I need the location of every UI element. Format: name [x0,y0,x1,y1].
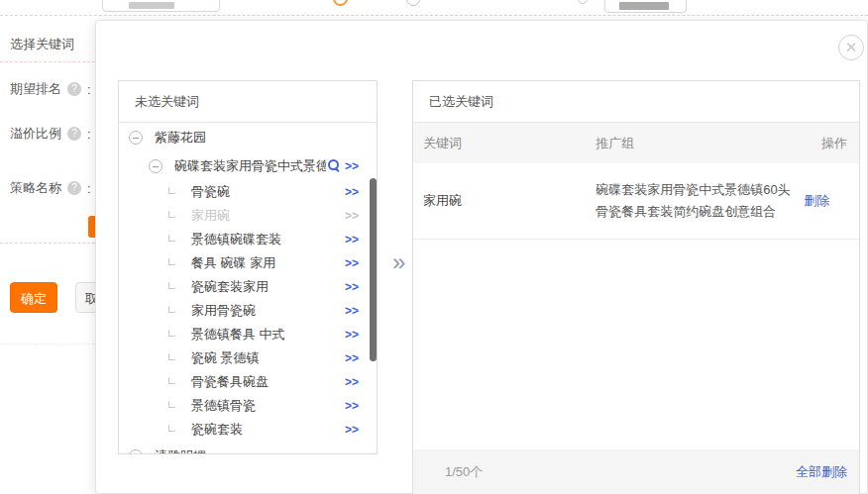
help-icon-fragment [406,0,420,6]
tree-item-label: 瓷碗 景德镇 [191,349,260,367]
leaf-elbow-icon [168,235,175,242]
search-icon[interactable] [328,159,341,172]
leaf-elbow-icon [168,306,175,313]
collapse-minus-icon[interactable] [149,159,163,173]
tree-item-label: 紫藤花园 [155,129,206,147]
leaf-elbow-icon [168,282,175,289]
field-label: 选择关键词: [10,36,98,53]
tree-row[interactable]: 景德镇餐具 中式>> [119,323,377,346]
tree-row[interactable]: 碗碟套装家用骨瓷中式景德镇...>> [119,151,377,180]
add-keyword-action[interactable]: >> [345,423,359,437]
field-label: 溢价比例?: [10,125,91,143]
help-icon[interactable]: ? [67,127,81,141]
add-keyword-action[interactable]: >> [345,304,359,318]
delete-all-link[interactable]: 全部删除 [796,463,847,481]
tree-item-label: 瓷碗套装 [191,421,243,439]
field-label-text: 选择关键词 [10,36,74,53]
tree-row[interactable]: 瓷碗 景德镇>> [119,346,377,370]
tree-row[interactable]: 瓷碗套装家用>> [119,275,377,299]
icon-fragment [578,0,588,4]
tree-row[interactable]: 清雅明媚 [119,442,377,453]
help-icon[interactable]: ? [67,82,81,96]
close-icon[interactable]: ✕ [838,35,864,60]
background-input-fragment [102,0,220,12]
tree-row[interactable]: 家用碗>> [119,204,377,228]
confirm-button[interactable]: 确定 [10,282,57,313]
help-icon[interactable]: ? [67,181,81,195]
tree-row[interactable]: 餐具 碗碟 家用>> [119,251,377,275]
tree-scrollbar[interactable] [370,178,377,361]
tree-item-label: 景德镇骨瓷 [191,397,256,415]
tree-row[interactable]: 瓷碗套装>> [119,418,377,442]
background-text-smudge [129,2,174,9]
tree-item-label: 景德镇碗碟套装 [191,231,281,248]
add-keyword-action[interactable]: >> [345,280,359,294]
tree-item-label: 骨瓷餐具碗盘 [191,373,269,391]
tree-row[interactable]: 骨瓷碗>> [119,180,377,204]
leaf-elbow-icon [168,187,175,194]
table-row: 家用碗碗碟套装家用骨瓷中式景德镇60头骨瓷餐具套装简约碗盘创意组合删除 [413,163,859,240]
tree-item-label: 清雅明媚 [155,447,206,454]
leaf-elbow-icon [168,258,175,265]
tree-item-label: 餐具 碗碟 家用 [191,254,275,272]
selected-keywords-panel: 已选关键词 关键词 推广组 操作 家用碗碗碟套装家用骨瓷中式景德镇60头骨瓷餐具… [412,80,860,494]
add-keyword-action[interactable]: >> [345,328,359,342]
cell-action: 删除 [798,192,859,210]
tree-row[interactable]: 家用骨瓷碗>> [119,299,377,323]
tree-item-label: 碗碟套装家用骨瓷中式景德镇... [174,157,326,175]
collapse-minus-icon[interactable] [129,131,143,145]
tree-row[interactable]: 紫藤花园 [119,123,377,151]
column-header-keyword: 关键词 [413,135,586,152]
keyword-select-dialog: ✕ 未选关键词 紫藤花园碗碟套装家用骨瓷中式景德镇...>>骨瓷碗>>家用碗>>… [95,20,868,494]
leaf-elbow-icon [168,330,175,337]
background-text-smudge [619,2,669,10]
field-label-text: 期望排名 [10,80,61,98]
field-colon: : [87,127,91,142]
add-keyword-action[interactable]: >> [345,351,359,365]
background-input-fragment-2 [604,0,687,13]
unselected-panel-title: 未选关键词 [119,81,377,123]
chevron-double-right-icon[interactable]: » [392,248,405,276]
field-label: 策略名称?: [10,179,91,197]
add-keyword-action[interactable]: >> [345,209,359,223]
column-header-action: 操作 [798,135,859,152]
cell-group: 碗碟套装家用骨瓷中式景德镇60头骨瓷餐具套装简约碗盘创意组合 [586,179,798,223]
leaf-elbow-icon [168,211,175,218]
tree-item-label: 家用骨瓷碗 [191,302,256,320]
warning-icon-fragment [333,0,348,6]
page-background: 选择关键词:期望排名?:溢价比例?:策略名称?: 确定 取 ✕ 未选关键词 紫藤… [0,0,868,494]
field-colon: : [87,181,91,196]
tree-item-label: 骨瓷碗 [191,183,230,201]
leaf-elbow-icon [168,377,175,384]
table-header: 关键词 推广组 操作 [413,123,859,163]
table-body: 家用碗碗碟套装家用骨瓷中式景德镇60头骨瓷餐具套装简约碗盘创意组合删除 [413,163,859,240]
selected-panel-footer: 1/50个 全部删除 [413,449,859,494]
collapse-minus-icon[interactable] [129,449,143,454]
divider-dashed [0,61,95,62]
add-keyword-action[interactable]: >> [345,159,359,173]
field-label: 期望排名?: [10,80,91,98]
selected-count: 1/50个 [445,463,483,481]
tree-item-label: 景德镇餐具 中式 [191,326,285,344]
add-keyword-action[interactable]: >> [345,233,359,247]
divider-dashed [0,15,868,16]
cell-keyword: 家用碗 [413,192,586,210]
add-keyword-action[interactable]: >> [345,256,359,270]
column-header-group: 推广组 [586,135,798,152]
selected-panel-title: 已选关键词 [413,81,859,123]
field-colon: : [87,82,91,97]
keyword-tree: 紫藤花园碗碟套装家用骨瓷中式景德镇...>>骨瓷碗>>家用碗>>景德镇碗碟套装>… [119,123,377,453]
divider-dashed [0,243,95,244]
add-keyword-action[interactable]: >> [345,185,359,199]
unselected-keywords-panel: 未选关键词 紫藤花园碗碟套装家用骨瓷中式景德镇...>>骨瓷碗>>家用碗>>景德… [118,80,378,454]
field-label-text: 溢价比例 [10,125,61,143]
delete-link[interactable]: 删除 [804,193,829,208]
add-keyword-action[interactable]: >> [345,375,359,389]
tree-row[interactable]: 骨瓷餐具碗盘>> [119,370,377,394]
add-keyword-action[interactable]: >> [345,399,359,413]
leaf-elbow-icon [168,401,175,408]
leaf-elbow-icon [168,425,175,432]
tree-item-label: 瓷碗套装家用 [191,278,269,296]
tree-row[interactable]: 景德镇骨瓷>> [119,394,377,418]
tree-row[interactable]: 景德镇碗碟套装>> [119,228,377,251]
